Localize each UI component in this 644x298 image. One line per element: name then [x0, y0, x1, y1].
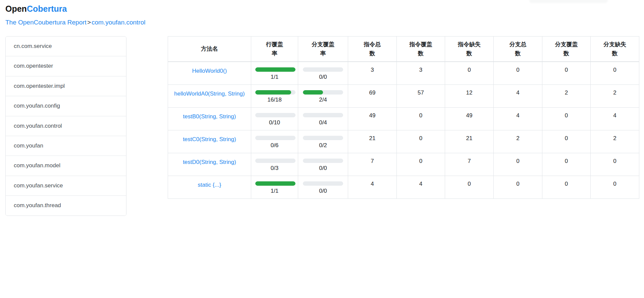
coverage-bar-cell: 0/0 — [298, 176, 348, 198]
coverage-fraction: 0/6 — [255, 142, 294, 149]
table-body: HelloWorld0()1/10/0330000helloWorldA0(St… — [168, 62, 639, 199]
metric-value-cell: 21 — [445, 130, 494, 153]
sidebar-item-package[interactable]: com.youfan — [6, 136, 126, 156]
progress-bar-fill — [255, 90, 291, 95]
metric-value-cell: 0 — [542, 107, 591, 130]
coverage-bar-cell: 0/0 — [298, 153, 348, 176]
metric-value-cell: 0 — [591, 62, 639, 85]
progress-bar-fill — [255, 67, 296, 72]
metric-value-cell: 0 — [591, 153, 639, 176]
column-header: 指令缺失 数 — [445, 37, 494, 62]
column-header: 分支覆盖 率 — [298, 37, 348, 62]
metric-value-cell: 69 — [348, 84, 397, 107]
metric-value-cell: 4 — [591, 107, 639, 130]
metric-value-cell: 57 — [397, 84, 445, 107]
metric-value-cell: 0 — [494, 153, 542, 176]
app-title: OpenCobertura — [5, 4, 639, 14]
progress-bar-fill — [255, 181, 296, 186]
page-header: OpenCobertura The OpenCoubertura Report>… — [0, 0, 644, 26]
progress-bar — [255, 67, 296, 72]
metric-value-cell: 0 — [445, 176, 494, 198]
method-link[interactable]: HelloWorld0() — [192, 68, 227, 74]
metric-value-cell: 2 — [591, 130, 639, 153]
breadcrumb-current-package-link[interactable]: com.youfan.control — [92, 19, 146, 26]
progress-bar — [255, 181, 296, 186]
progress-bar — [303, 136, 343, 140]
method-link[interactable]: helloWorldA0(String, String) — [174, 91, 245, 97]
table-header-row: 方法名行覆盖 率分支覆盖 率指令总 数指令覆盖 数指令缺失 数分支总 数分支覆盖… — [168, 37, 639, 62]
metric-value-cell: 12 — [445, 84, 494, 107]
sidebar-item-package[interactable]: com.youfan.config — [6, 96, 126, 116]
progress-bar — [255, 90, 296, 95]
metric-value-cell: 0 — [397, 107, 445, 130]
progress-bar — [255, 113, 296, 117]
metric-value-cell: 0 — [397, 130, 445, 153]
method-link[interactable]: static {...} — [198, 182, 221, 188]
coverage-fraction: 16/18 — [255, 97, 294, 103]
method-name-cell: testC0(String, String) — [168, 130, 251, 153]
progress-bar — [303, 67, 343, 72]
coverage-fraction: 0/4 — [302, 119, 344, 126]
metric-value-cell: 3 — [397, 62, 445, 85]
method-name-cell: HelloWorld0() — [168, 62, 251, 85]
column-header: 分支覆盖 数 — [542, 37, 591, 62]
coverage-bar-cell: 0/2 — [298, 130, 348, 153]
method-link[interactable]: testD0(String, String) — [183, 159, 236, 165]
sidebar-item-package[interactable]: com.youfan.thread — [6, 195, 126, 215]
metric-value-cell: 7 — [348, 153, 397, 176]
method-row: testC0(String, String)0/60/221021202 — [168, 130, 639, 153]
coverage-bar-cell: 1/1 — [251, 176, 298, 198]
sidebar-item-package[interactable]: com.youfan.model — [6, 156, 126, 175]
metric-value-cell: 7 — [445, 153, 494, 176]
app-title-cobertura: Cobertura — [27, 4, 67, 13]
method-link[interactable]: testB0(String, String) — [183, 113, 236, 120]
metric-value-cell: 0 — [494, 62, 542, 85]
progress-bar — [255, 159, 296, 163]
method-name-cell: static {...} — [168, 176, 251, 198]
progress-bar — [255, 136, 296, 140]
method-coverage-table: 方法名行覆盖 率分支覆盖 率指令总 数指令覆盖 数指令缺失 数分支总 数分支覆盖… — [168, 36, 639, 199]
sidebar-item-package[interactable]: com.youfan.control — [6, 116, 126, 136]
breadcrumb: The OpenCoubertura Report>com.youfan.con… — [5, 19, 639, 26]
progress-bar-fill — [303, 90, 323, 95]
metric-value-cell: 2 — [494, 130, 542, 153]
metric-value-cell: 0 — [445, 62, 494, 85]
method-name-cell: testD0(String, String) — [168, 153, 251, 176]
coverage-fraction: 0/0 — [302, 165, 344, 172]
progress-bar — [303, 113, 343, 117]
coverage-fraction: 0/0 — [302, 74, 344, 80]
sidebar-item-package[interactable]: com.opentester.impl — [6, 76, 126, 96]
coverage-table-container: 方法名行覆盖 率分支覆盖 率指令总 数指令覆盖 数指令缺失 数分支总 数分支覆盖… — [168, 36, 639, 199]
metric-value-cell: 49 — [348, 107, 397, 130]
column-header: 方法名 — [168, 37, 251, 62]
method-name-cell: helloWorldA0(String, String) — [168, 84, 251, 107]
progress-bar — [303, 159, 343, 163]
sidebar-item-package[interactable]: com.youfan.service — [6, 176, 126, 195]
breadcrumb-report-link[interactable]: The OpenCoubertura Report — [5, 19, 87, 26]
metric-value-cell: 2 — [542, 84, 591, 107]
metric-value-cell: 0 — [591, 176, 639, 198]
metric-value-cell: 0 — [542, 130, 591, 153]
metric-value-cell: 0 — [542, 176, 591, 198]
coverage-fraction: 0/2 — [302, 142, 344, 149]
method-row: testB0(String, String)0/100/449049404 — [168, 107, 639, 130]
coverage-fraction: 1/1 — [255, 188, 294, 194]
coverage-bar-cell: 0/3 — [251, 153, 298, 176]
metric-value-cell: 0 — [542, 62, 591, 85]
method-name-cell: testB0(String, String) — [168, 107, 251, 130]
column-header: 行覆盖 率 — [251, 37, 298, 62]
method-row: HelloWorld0()1/10/0330000 — [168, 62, 639, 85]
progress-bar — [303, 181, 343, 186]
method-row: static {...}1/10/0440000 — [168, 176, 639, 198]
metric-value-cell: 21 — [348, 130, 397, 153]
package-list: cn.com.servicecom.opentestercom.opentest… — [5, 36, 126, 216]
coverage-bar-cell: 0/10 — [251, 107, 298, 130]
coverage-fraction: 1/1 — [255, 74, 294, 80]
metric-value-cell: 0 — [397, 153, 445, 176]
metric-value-cell: 4 — [494, 107, 542, 130]
coverage-bar-cell: 0/4 — [298, 107, 348, 130]
sidebar-item-package[interactable]: cn.com.service — [6, 37, 126, 56]
method-link[interactable]: testC0(String, String) — [183, 136, 236, 142]
column-header: 指令覆盖 数 — [397, 37, 445, 62]
sidebar-item-package[interactable]: com.opentester — [6, 56, 126, 76]
